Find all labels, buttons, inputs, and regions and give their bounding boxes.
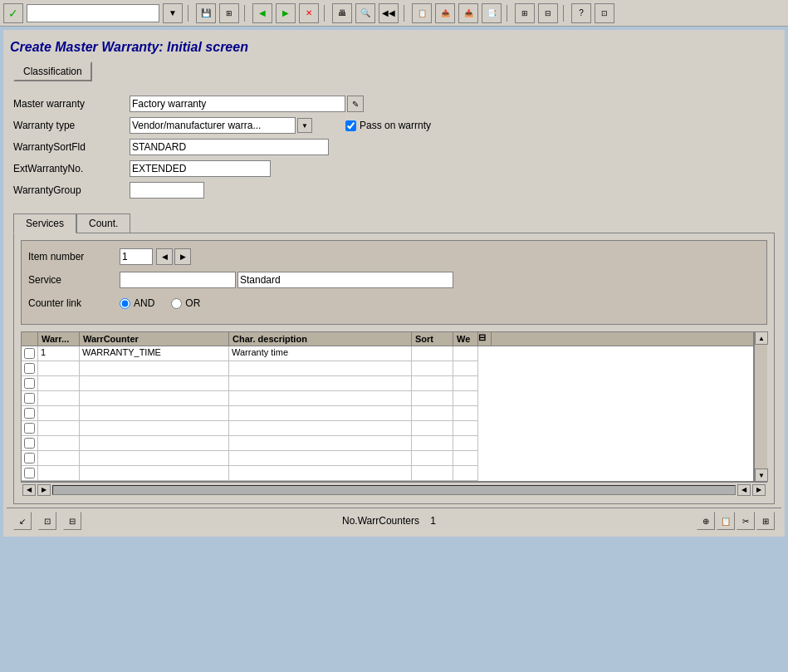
col-checkbox-header (22, 332, 38, 346)
scroll-left-btn[interactable]: ◀ (22, 484, 36, 496)
tab-count[interactable]: Count. (76, 213, 130, 233)
status-btn-3[interactable]: ⊟ (63, 512, 81, 530)
shortcut-icon[interactable]: ⊞ (219, 3, 239, 23)
status-icon-4[interactable]: ⊞ (756, 512, 775, 530)
item-prev-btn[interactable]: ◀ (156, 248, 173, 265)
warranty-group-input[interactable] (130, 182, 204, 199)
cell-sort (412, 436, 453, 451)
cell-we (453, 406, 478, 421)
icon2[interactable]: 📤 (435, 3, 455, 23)
radio-and-input[interactable] (120, 298, 130, 309)
row-checkbox[interactable] (24, 348, 35, 359)
pass-on-checkbox[interactable] (345, 120, 356, 131)
service-row: Service (28, 271, 760, 289)
sep4 (404, 5, 407, 22)
cell-counter (80, 376, 229, 391)
cell-warr: 1 (38, 346, 80, 361)
master-warranty-edit-icon[interactable]: ✎ (347, 96, 364, 112)
tab-services[interactable]: Services (13, 213, 76, 233)
save-icon[interactable]: 💾 (196, 3, 216, 23)
row-checkbox-cell (22, 346, 38, 361)
row-checkbox[interactable] (24, 453, 35, 464)
cell-char (229, 466, 412, 481)
warranty-sort-input[interactable] (130, 139, 329, 155)
status-icon-2[interactable]: 📋 (717, 512, 735, 530)
cell-we (453, 376, 478, 391)
radio-or: OR (171, 297, 200, 309)
help-icon[interactable]: ? (571, 3, 591, 23)
pass-on-area: Pass on warrnty (345, 120, 431, 131)
service-type-input[interactable] (237, 272, 453, 288)
row-checkbox[interactable] (24, 408, 35, 419)
print-icon[interactable]: 🖶 (332, 3, 352, 23)
hscroll-track (52, 485, 736, 495)
row-checkbox[interactable] (24, 378, 35, 389)
layout-icon[interactable]: ⊟ (538, 3, 558, 23)
back-icon[interactable]: ◀ (252, 3, 272, 23)
row-checkbox-cell (22, 376, 38, 391)
col-settings-header[interactable]: ⊟ (478, 332, 492, 346)
status-btn-2[interactable]: ⊡ (38, 512, 56, 530)
checkmark-icon[interactable]: ✓ (3, 3, 23, 23)
classification-button[interactable]: Classification (13, 61, 92, 81)
row-checkbox[interactable] (24, 468, 35, 478)
icon3[interactable]: 📥 (458, 3, 478, 23)
item-next-btn[interactable]: ▶ (174, 248, 191, 265)
table-row (22, 451, 753, 466)
row-checkbox-cell (22, 436, 38, 451)
icon1[interactable]: 📋 (412, 3, 432, 23)
icon4[interactable]: 📑 (482, 3, 502, 23)
status-btn-1[interactable]: ↙ (13, 512, 32, 530)
cell-char (229, 451, 412, 466)
scroll-end-btn[interactable]: ▶ (752, 484, 766, 496)
master-warranty-input[interactable] (130, 96, 345, 112)
status-icon-3[interactable]: ✂ (737, 512, 755, 530)
row-checkbox[interactable] (24, 363, 35, 374)
command-input[interactable] (27, 4, 159, 22)
item-number-label: Item number (28, 251, 120, 262)
status-icon-1[interactable]: ⊕ (697, 512, 715, 530)
vertical-scrollbar[interactable]: ▲ ▼ (754, 331, 767, 482)
sap-icon[interactable]: ⊡ (595, 3, 614, 23)
find-icon[interactable]: 🔍 (355, 3, 375, 23)
cell-char (229, 421, 412, 436)
scroll-up-btn[interactable]: ▲ (755, 331, 768, 345)
scroll-right-prev-btn[interactable]: ▶ (37, 484, 51, 496)
cell-char (229, 436, 412, 451)
cell-counter (80, 451, 229, 466)
service-input[interactable] (120, 272, 236, 288)
row-checkbox[interactable] (24, 393, 35, 404)
row-checkbox[interactable] (24, 438, 35, 449)
warranty-group-label: WarrantyGroup (13, 184, 130, 196)
main-content: Create Master Warranty: Initial screen C… (3, 30, 785, 537)
table-header: Warr... WarrCounter Char. description So… (22, 332, 753, 346)
row-checkbox[interactable] (24, 423, 35, 434)
cell-warr (38, 361, 80, 376)
scroll-right-btn[interactable]: ◀ (737, 484, 751, 496)
radio-group: AND OR (120, 297, 200, 309)
table-row (22, 406, 753, 421)
cell-counter (80, 436, 229, 451)
prev-page-icon[interactable]: ◀◀ (379, 3, 399, 23)
input-dropdown-btn[interactable]: ▼ (163, 3, 183, 23)
tab-bar: Services Count. (13, 213, 775, 233)
stop-icon[interactable]: ✕ (299, 3, 319, 23)
warranty-type-input[interactable] (130, 117, 296, 134)
cell-counter (80, 391, 229, 406)
cell-we (453, 391, 478, 406)
page-title: Create Master Warranty: Initial screen (7, 33, 781, 61)
scroll-down-btn[interactable]: ▼ (755, 468, 768, 482)
ext-warranty-input[interactable] (130, 160, 271, 177)
radio-or-input[interactable] (171, 298, 182, 309)
item-number-input[interactable] (120, 248, 153, 265)
cell-sort (412, 361, 453, 376)
cell-char (229, 406, 412, 421)
warranty-type-dropdown-icon[interactable]: ▼ (297, 118, 312, 133)
grid-icon[interactable]: ⊞ (515, 3, 535, 23)
cell-char (229, 391, 412, 406)
toolbar: ✓ ▼ 💾 ⊞ ◀ ▶ ✕ 🖶 🔍 ◀◀ 📋 📤 📥 📑 ⊞ ⊟ ? ⊡ (0, 0, 788, 27)
table-row (22, 436, 753, 451)
forward-icon[interactable]: ▶ (276, 3, 296, 23)
col-counter-header: WarrCounter (80, 332, 229, 346)
col-warr-header: Warr... (38, 332, 80, 346)
